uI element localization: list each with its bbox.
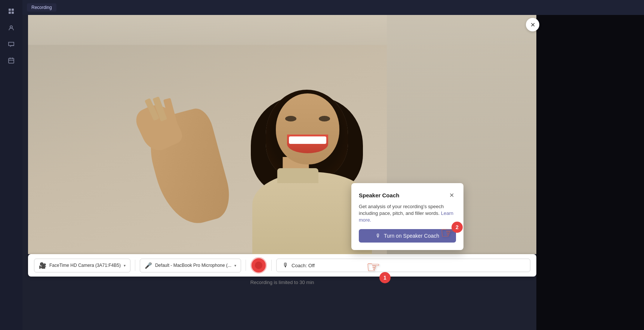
svg-point-4 [10,26,12,28]
record-button[interactable] [250,257,267,274]
cursor-1-wrapper: ☞ 1 [366,258,380,276]
sidebar [0,0,22,330]
tab-recording[interactable]: Recording [27,3,56,12]
badge-1: 1 [379,272,391,283]
camera-selector[interactable]: 🎥 FaceTime HD Camera (3A71:F4B5) ▾ [34,259,130,272]
popup-description: Get analysis of your recording's speech … [359,203,456,224]
coach-button[interactable]: 🎙 Coach: Off [276,259,530,272]
camera-icon: 🎥 [39,262,46,269]
svg-rect-3 [12,12,14,14]
svg-rect-1 [12,9,14,11]
microphone-icon: 🎤 [145,262,152,269]
eye-left [285,116,296,121]
camera-label: FaceTime HD Camera (3A71:F4B5) [49,263,121,268]
svg-rect-2 [9,12,11,14]
video-close-button[interactable]: ✕ [526,18,539,31]
microphone-label: Default - MacBook Pro Microphone (... [155,263,231,268]
speaker-coach-btn-icon: 🎙 [376,233,381,239]
eye-right [319,116,330,121]
svg-rect-5 [9,58,14,63]
sidebar-icon-calendar[interactable] [4,54,18,67]
camera-chevron: ▾ [124,263,126,268]
cursor-2-wrapper: ☞ 2 [440,223,455,242]
record-button-inner [255,262,262,269]
divider-3 [271,260,272,271]
coach-icon: 🎙 [283,262,289,269]
cursor-hand-1: ☞ [366,258,380,276]
right-panel [536,15,644,330]
teeth [289,136,326,144]
svg-rect-0 [9,9,11,11]
popup-close-icon: ✕ [449,192,454,199]
person-collar [277,168,318,183]
badge-2-text: 2 [456,224,459,230]
coach-label: Coach: Off [292,263,315,268]
sidebar-icon-1[interactable] [4,4,18,18]
badge-1-text: 1 [383,275,386,281]
close-icon: ✕ [530,21,535,28]
tab-recording-label: Recording [31,5,52,10]
turn-on-speaker-coach-label: Turn on Speaker Coach [384,233,439,239]
badge-2: 2 [452,222,463,233]
cursor-1-container: ☞ 1 [366,258,380,276]
microphone-selector[interactable]: 🎤 Default - MacBook Pro Microphone (... … [140,259,241,272]
recording-limit-text: Recording is limited to 30 min [28,280,536,285]
divider-2 [246,260,246,271]
sidebar-icon-2[interactable] [4,21,18,34]
top-tabs-bar: Recording [22,0,644,15]
sidebar-icon-chat[interactable] [4,37,18,51]
popup-close-button[interactable]: ✕ [447,191,456,200]
popup-title: Speaker Coach [359,192,399,198]
popup-header: Speaker Coach ✕ [359,191,456,200]
microphone-chevron: ▾ [234,263,236,268]
popup-description-text: Get analysis of your recording's speech … [359,204,444,216]
divider-1 [135,260,135,271]
person-face [276,93,339,164]
cursor-2-container: ☞ 2 [440,223,455,242]
controls-bar: 🎥 FaceTime HD Camera (3A71:F4B5) ▾ 🎤 Def… [28,254,536,277]
mouth [287,135,328,153]
